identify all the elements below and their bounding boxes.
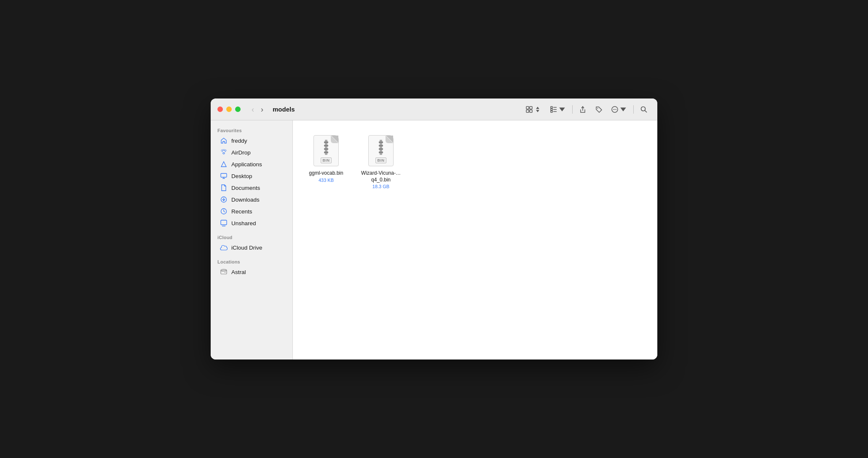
sidebar-item-freddy[interactable]: freddy	[213, 135, 290, 146]
nav-buttons: ‹ ›	[249, 104, 266, 115]
svg-rect-32	[325, 143, 327, 145]
sidebar-label-icloud-drive: iCloud Drive	[231, 245, 263, 251]
locations-section: Locations Astral	[211, 257, 292, 278]
back-button[interactable]: ‹	[249, 104, 257, 115]
svg-rect-36	[325, 150, 327, 152]
zipper-icon-1	[321, 140, 331, 155]
svg-rect-30	[325, 140, 327, 141]
svg-rect-0	[526, 107, 529, 109]
more-circle-icon	[611, 106, 619, 113]
tag-button[interactable]	[592, 104, 605, 115]
svg-line-17	[645, 110, 647, 112]
svg-rect-38	[325, 153, 327, 155]
close-button[interactable]	[217, 107, 223, 112]
content-area: Favourites freddy	[211, 120, 657, 359]
chevron-updown-icon	[534, 106, 541, 113]
svg-point-18	[223, 152, 225, 154]
svg-rect-47	[380, 153, 382, 155]
svg-rect-1	[530, 107, 532, 109]
group-button[interactable]	[547, 104, 569, 115]
more-button[interactable]	[608, 104, 630, 115]
svg-point-29	[225, 272, 225, 273]
svg-rect-4	[551, 107, 552, 108]
icloud-icon	[220, 244, 228, 251]
chevron-down-small-icon	[619, 106, 627, 113]
toolbar-divider	[572, 105, 573, 114]
icloud-label: iCloud	[211, 232, 292, 242]
file-name-1: ggml-vocab.bin	[309, 170, 343, 177]
home-icon	[220, 137, 228, 144]
file-size-1: 433 KB	[319, 178, 334, 183]
file-item-2[interactable]: BIN Wizard-Vicuna-…q4_0.bin 18.3 GB	[358, 130, 404, 192]
sidebar: Favourites freddy	[211, 120, 293, 359]
view-toggle-button[interactable]	[522, 104, 544, 115]
svg-rect-6	[551, 111, 552, 112]
file-item-1[interactable]: BIN ggml-vocab.bin 433 KB	[303, 130, 349, 192]
svg-rect-2	[526, 110, 529, 112]
toolbar-right	[522, 104, 651, 115]
file-icon-1: BIN	[311, 134, 341, 168]
sidebar-label-astral: Astral	[231, 269, 246, 275]
forward-button[interactable]: ›	[258, 104, 266, 115]
traffic-lights	[217, 107, 241, 112]
sidebar-label-freddy: freddy	[231, 138, 247, 144]
sidebar-item-astral[interactable]: Astral	[213, 266, 290, 278]
minimize-button[interactable]	[226, 107, 232, 112]
sidebar-label-applications: Applications	[231, 161, 262, 168]
sidebar-item-unshared[interactable]: Unshared	[213, 217, 290, 229]
sidebar-label-recents: Recents	[231, 208, 252, 215]
svg-rect-34	[325, 146, 327, 148]
file-icon-2: BIN	[366, 134, 396, 168]
svg-point-11	[597, 108, 598, 109]
file-size-2: 18.3 GB	[372, 184, 389, 189]
svg-rect-5	[551, 109, 552, 110]
documents-icon	[220, 184, 228, 192]
svg-rect-39	[380, 140, 382, 141]
unshared-icon	[220, 219, 228, 227]
files-grid: BIN ggml-vocab.bin 433 KB	[303, 130, 647, 192]
titlebar: ‹ › models	[211, 99, 657, 120]
sidebar-item-documents[interactable]: Documents	[213, 182, 290, 194]
chevron-down-icon	[558, 106, 566, 113]
share-icon	[579, 106, 587, 113]
applications-icon	[220, 160, 228, 168]
tag-icon	[595, 106, 603, 113]
share-button[interactable]	[576, 104, 589, 115]
svg-rect-46	[379, 152, 383, 153]
drive-icon	[220, 268, 228, 276]
svg-rect-19	[221, 173, 227, 177]
svg-point-13	[613, 109, 614, 110]
svg-rect-33	[324, 145, 328, 146]
toolbar-divider-2	[633, 105, 634, 114]
svg-rect-31	[324, 141, 328, 143]
svg-rect-41	[380, 143, 382, 145]
sidebar-item-recents[interactable]: Recents	[213, 205, 290, 217]
svg-rect-40	[379, 141, 383, 143]
file-ext-label-1: BIN	[321, 157, 332, 163]
search-button[interactable]	[637, 104, 651, 115]
svg-rect-42	[379, 145, 383, 146]
sidebar-item-icloud-drive[interactable]: iCloud Drive	[213, 242, 290, 253]
file-name-2: Wizard-Vicuna-…q4_0.bin	[361, 170, 401, 183]
recents-icon	[220, 208, 228, 215]
svg-point-16	[641, 107, 646, 111]
maximize-button[interactable]	[235, 107, 241, 112]
svg-rect-43	[380, 146, 382, 148]
locations-label: Locations	[211, 257, 292, 266]
sidebar-label-documents: Documents	[231, 185, 260, 191]
sidebar-label-unshared: Unshared	[231, 220, 256, 226]
svg-point-14	[614, 109, 615, 110]
bin-file-icon-1: BIN	[313, 135, 339, 166]
svg-rect-45	[380, 150, 382, 152]
group-icon	[550, 106, 557, 113]
sidebar-item-downloads[interactable]: Downloads	[213, 194, 290, 205]
window-title: models	[273, 106, 522, 113]
svg-rect-37	[324, 152, 328, 153]
zipper-icon-2	[376, 140, 386, 155]
sidebar-item-desktop[interactable]: Desktop	[213, 170, 290, 182]
sidebar-label-downloads: Downloads	[231, 197, 260, 203]
svg-rect-3	[530, 110, 532, 112]
sidebar-item-airdrop[interactable]: AirDrop	[213, 146, 290, 158]
sidebar-item-applications[interactable]: Applications	[213, 158, 290, 170]
svg-rect-35	[324, 148, 328, 150]
